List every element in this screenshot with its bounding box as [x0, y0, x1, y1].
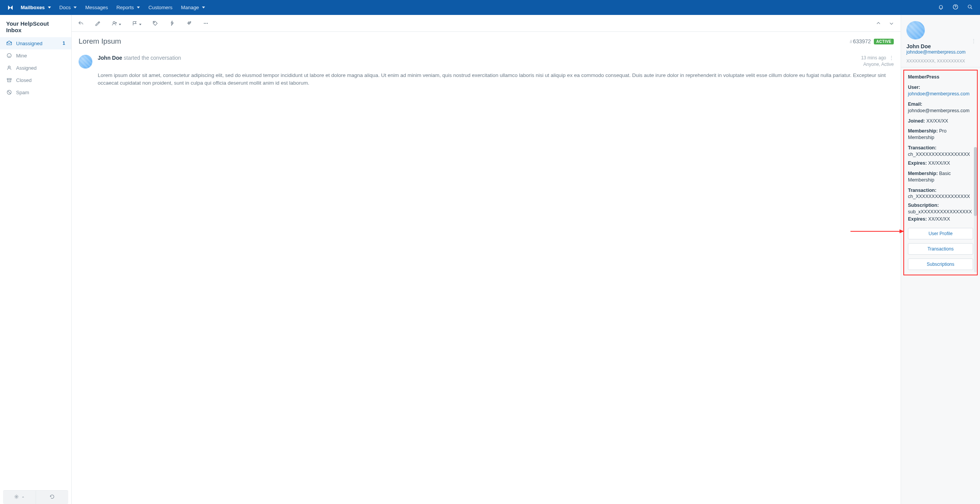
author-avatar	[79, 55, 92, 69]
nav-customers[interactable]: Customers	[148, 5, 172, 10]
message-options-icon[interactable]: ⋮	[889, 55, 894, 61]
note-button[interactable]	[93, 19, 102, 28]
svg-point-4	[8, 66, 10, 68]
annotation-arrow-icon	[850, 227, 904, 236]
status-button[interactable]	[130, 19, 143, 28]
conversation-number: #633972	[850, 38, 871, 44]
mp-joined-label: Joined:	[908, 118, 925, 124]
mp-membership2-label: Membership:	[908, 171, 938, 176]
workflow-button[interactable]	[167, 19, 177, 28]
more-options-button[interactable]	[201, 19, 210, 28]
folder-closed[interactable]: Closed	[0, 74, 71, 86]
message-action: started the conversation	[124, 55, 181, 61]
thread-message: John Doe started the conversation 13 min…	[79, 52, 894, 87]
svg-point-9	[113, 21, 115, 23]
mp-transaction1-label: Transaction:	[908, 145, 936, 151]
mp-expires2-value: XX/XX/XX	[928, 216, 950, 222]
svg-point-11	[204, 23, 205, 23]
folder-label: Unassigned	[16, 41, 43, 46]
folder-label: Spam	[16, 90, 29, 95]
archive-icon	[6, 77, 12, 83]
ai-button[interactable]	[184, 19, 194, 28]
svg-rect-5	[7, 79, 11, 80]
mp-email-value: johndoe@memberpress.com	[908, 108, 973, 114]
smile-icon	[6, 52, 12, 59]
mp-subscription-value: sub_xXXXXXXXXXXXXXXXX	[908, 209, 973, 215]
mp-joined-value: XX/XX/XX	[926, 118, 948, 124]
notifications-icon[interactable]	[938, 4, 944, 11]
conversation-subject: Lorem Ipsum	[79, 37, 121, 46]
mp-membership1-label: Membership:	[908, 128, 938, 134]
settings-button[interactable]: ⌃	[3, 491, 36, 504]
memberpress-title: MemberPress	[908, 74, 973, 80]
mp-subscription-label: Subscription:	[908, 203, 939, 208]
message-time: 13 mins ago	[861, 55, 886, 61]
customer-extra: XXXXXXXXXX, XXXXXXXXXX	[906, 59, 975, 63]
status-badge: ACTIVE	[874, 39, 894, 44]
inbox-open-icon	[6, 40, 12, 46]
next-conversation-button[interactable]	[887, 19, 896, 28]
folder-mine[interactable]: Mine	[0, 49, 71, 62]
memberpress-panel: MemberPress User: johndoe@memberpress.co…	[903, 70, 978, 275]
sidebar-footer: ⌃	[3, 490, 68, 504]
folder-label: Mine	[16, 53, 27, 59]
nav-mailboxes[interactable]: Mailboxes	[21, 5, 51, 10]
customer-avatar	[906, 21, 925, 39]
folder-label: Closed	[16, 77, 31, 83]
prev-conversation-button[interactable]	[874, 19, 883, 28]
svg-line-7	[8, 91, 11, 94]
mp-transaction2-value: ch_XXXXXXXXXXXXXXXXX	[908, 193, 973, 200]
svg-line-2	[971, 8, 972, 9]
conversation-toolbar	[72, 15, 901, 32]
transactions-button[interactable]: Transactions	[908, 243, 973, 255]
message-visibility: Anyone, Active	[861, 61, 894, 68]
customer-email-link[interactable]: johndoe@memberpress.com	[906, 49, 975, 55]
mp-expires1-label: Expires:	[908, 160, 927, 166]
sidebar-title: Your HelpScout Inbox	[0, 15, 71, 37]
customer-name: John Doe	[906, 43, 975, 49]
top-navbar: Mailboxes Docs Messages Reports Customer…	[0, 0, 980, 15]
spam-icon	[6, 89, 12, 95]
helpscout-logo-icon[interactable]	[7, 4, 14, 11]
svg-point-1	[968, 5, 971, 8]
folder-label: Assigned	[16, 65, 36, 71]
nav-messages[interactable]: Messages	[85, 5, 108, 10]
user-profile-button[interactable]: User Profile	[908, 228, 973, 239]
nav-docs[interactable]: Docs	[59, 5, 77, 10]
assign-button[interactable]	[110, 19, 123, 28]
message-body: Lorem ipsum dolor sit amet, consectetur …	[98, 72, 894, 87]
nav-reports[interactable]: Reports	[117, 5, 140, 10]
svg-point-13	[207, 23, 208, 23]
top-nav-list: Mailboxes Docs Messages Reports Customer…	[21, 5, 205, 10]
search-icon[interactable]	[967, 4, 973, 11]
customer-profile: ⋮ John Doe johndoe@memberpress.com XXXXX…	[901, 15, 980, 67]
mp-transaction1-value: ch_XXXXXXXXXXXXXXXXX	[908, 151, 973, 158]
folder-count: 1	[62, 41, 65, 46]
svg-point-10	[154, 22, 154, 23]
mp-user-label: User:	[908, 85, 920, 90]
reply-button[interactable]	[76, 19, 85, 28]
mp-expires2-label: Expires:	[908, 216, 927, 222]
nav-manage[interactable]: Manage	[181, 5, 205, 10]
folder-assigned[interactable]: Assigned	[0, 62, 71, 74]
conversation-panel: Lorem Ipsum #633972 ACTIVE John Doe star…	[72, 15, 901, 504]
svg-point-3	[7, 54, 11, 58]
refresh-button[interactable]	[36, 491, 69, 504]
folder-unassigned[interactable]: Unassigned 1	[0, 37, 71, 49]
subscriptions-button[interactable]: Subscriptions	[908, 259, 973, 270]
svg-point-8	[16, 496, 18, 497]
folder-spam[interactable]: Spam	[0, 86, 71, 98]
svg-point-12	[205, 23, 206, 23]
mp-user-link[interactable]: johndoe@memberpress.com	[908, 91, 973, 97]
help-icon[interactable]	[952, 4, 959, 11]
mp-expires1-value: XX/XX/XX	[928, 160, 950, 166]
mp-email-label: Email:	[908, 101, 923, 107]
message-author: John Doe	[98, 55, 122, 61]
customer-sidebar: ⋮ John Doe johndoe@memberpress.com XXXXX…	[901, 15, 980, 504]
svg-marker-15	[900, 229, 904, 233]
tag-button[interactable]	[151, 19, 160, 28]
customer-options-icon[interactable]: ⋮	[971, 38, 976, 44]
scrollbar[interactable]	[974, 147, 977, 272]
person-icon	[6, 65, 12, 71]
sidebar: Your HelpScout Inbox Unassigned 1 Mine A…	[0, 15, 72, 504]
